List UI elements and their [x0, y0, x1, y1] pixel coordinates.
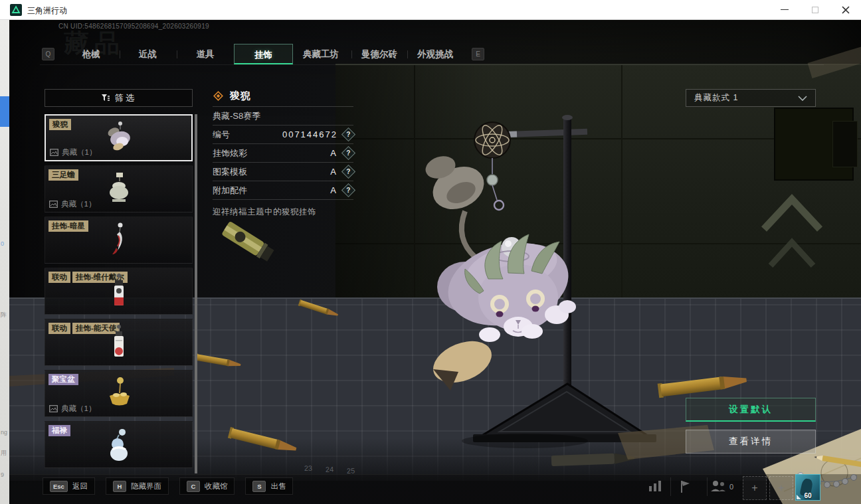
maximize-button[interactable] [800, 0, 830, 19]
list-item-toad[interactable]: 三足蟾 典藏（1） [45, 165, 193, 212]
detail-title: 狻猊 [230, 90, 251, 102]
friends-count: 0 [729, 483, 733, 491]
edge-text-fragment: 0 [1, 240, 4, 247]
detail-row-serial: 编号 007144672 ? [213, 126, 353, 144]
serial-value: 007144672 [282, 129, 337, 139]
list-item-treasure-bowl[interactable]: 聚宝盆 典藏（1） [45, 370, 193, 417]
avatar-level: 60 [796, 492, 820, 499]
item-name-tag: 聚宝盆 [48, 374, 78, 385]
hotkey-back[interactable]: Esc返回 [43, 477, 95, 495]
background-selection-band [0, 96, 9, 127]
hotkey-hide-ui[interactable]: H隐藏界面 [106, 477, 169, 495]
charm-list: 狻猊 典藏（1） 三足蟾 典藏（1） [45, 114, 193, 473]
chevron-down-icon [798, 96, 807, 101]
detail-panel: 狻猊 典藏-S8赛季 编号 007144672 ? 挂饰炫彩 A ? 图案模板 … [213, 85, 353, 218]
style-dropdown[interactable]: 典藏款式 1 [686, 89, 816, 107]
filter-button[interactable]: 筛选 [45, 89, 193, 107]
app-logo-icon [10, 4, 22, 16]
minimize-button[interactable] [769, 0, 800, 19]
player-avatar[interactable]: 60 [795, 474, 820, 501]
funnel-icon [101, 94, 110, 102]
thumbnail-toad [100, 171, 138, 205]
item-name-tag: 福禄 [48, 425, 70, 436]
edge-text-fragment: 用 [1, 449, 7, 458]
frame-icon [49, 201, 58, 208]
scrollbar-thumb[interactable] [195, 114, 197, 473]
detail-row-accessory: 附加配件 A ? [213, 181, 353, 200]
filter-label: 筛选 [115, 92, 136, 104]
item-name-tag: 三足蟾 [48, 169, 78, 181]
help-badge[interactable]: ? [341, 183, 355, 197]
list-scrollbar[interactable] [195, 114, 197, 473]
thumbnail-suanni [100, 120, 138, 154]
crate-latch [832, 121, 858, 167]
tab-appearance-challenge[interactable]: 外观挑战 [408, 44, 462, 64]
item-name-tag: 挂饰-暗星 [48, 220, 88, 232]
tab-firearms[interactable]: 枪械 [69, 44, 113, 64]
edge-text-fragment: ng [1, 429, 7, 436]
thumbnail-exusiai [100, 323, 138, 360]
minimize-icon [781, 9, 789, 10]
tab-melee[interactable]: 近战 [126, 44, 169, 64]
list-item-suanni[interactable]: 狻猊 典藏（1） [45, 114, 193, 161]
orange-diamond-icon [213, 90, 224, 102]
tab-mandel-brick[interactable]: 曼德尔砖 [352, 44, 407, 64]
add-slot-button[interactable]: + [743, 476, 767, 500]
thumbnail-dark-star [100, 220, 138, 258]
add-slot-button[interactable]: + [769, 476, 793, 500]
help-badge[interactable]: ? [341, 165, 355, 179]
close-icon [842, 6, 850, 14]
close-button[interactable] [830, 0, 861, 19]
collection-count: 典藏（1） [49, 199, 96, 209]
list-item-exusiai[interactable]: 联动 挂饰-能天使 [45, 319, 193, 366]
frame-icon [50, 149, 58, 156]
collab-badge: 联动 [48, 272, 70, 283]
maximize-icon [812, 7, 818, 13]
frame-icon [49, 405, 58, 412]
list-item-dark-star[interactable]: 挂饰-暗星 [45, 216, 193, 264]
list-item-wisadel[interactable]: 联动 挂饰-维什戴尔 [45, 268, 193, 315]
collection-count: 典藏（1） [49, 404, 96, 414]
stats-icon[interactable] [648, 479, 664, 493]
set-default-button[interactable]: 设置默认 [686, 398, 816, 422]
edge-text-fragment: 阵 [1, 311, 7, 319]
detail-row-pattern: 图案模板 A ? [213, 163, 353, 181]
collection-count: 典藏（1） [50, 147, 96, 157]
thumbnail-fulu [100, 425, 138, 462]
title-bar: 三角洲行动 [0, 0, 861, 20]
help-badge[interactable]: ? [341, 146, 355, 160]
detail-row-colorway: 挂饰炫彩 A ? [213, 144, 353, 163]
prev-tab-keycap[interactable]: Q [42, 48, 54, 60]
detail-description: 迎祥纳福主题中的狻猊挂饰 [213, 200, 353, 218]
thumbnail-treasure-bowl [100, 375, 138, 410]
season-label: 典藏-S8赛季 [213, 110, 260, 122]
hotkey-collection-hall[interactable]: C收藏馆 [179, 477, 235, 495]
report-flag-icon[interactable] [679, 479, 692, 493]
app-window: 0 阵 ng 用 9 三角洲行动 [0, 0, 861, 504]
tab-gadgets[interactable]: 道具 [183, 44, 227, 64]
item-name-tag: 狻猊 [49, 119, 71, 130]
view-details-button[interactable]: 查看详情 [686, 430, 816, 454]
tab-charms[interactable]: 挂饰 [234, 44, 293, 64]
tab-collection-workshop[interactable]: 典藏工坊 [294, 44, 348, 64]
style-dropdown-value: 典藏款式 1 [694, 92, 738, 104]
help-badge[interactable]: ? [341, 127, 355, 141]
hotkey-sell[interactable]: S出售 [245, 477, 293, 495]
next-tab-keycap[interactable]: E [472, 48, 484, 60]
thumbnail-wisadel [100, 272, 138, 309]
window-title: 三角洲行动 [27, 5, 67, 17]
uid-text: CN UID:5486268157095208694_202603260919 [58, 23, 209, 30]
background-window-sliver: 0 阵 ng 用 9 [0, 20, 9, 504]
list-item-fulu[interactable]: 福禄 [45, 421, 193, 468]
edge-text-fragment: 9 [1, 471, 4, 478]
hotkey-bar: Esc返回 H隐藏界面 C收藏馆 S出售 [43, 477, 293, 495]
collab-badge: 联动 [48, 323, 70, 334]
social-people-icon[interactable] [710, 479, 727, 493]
